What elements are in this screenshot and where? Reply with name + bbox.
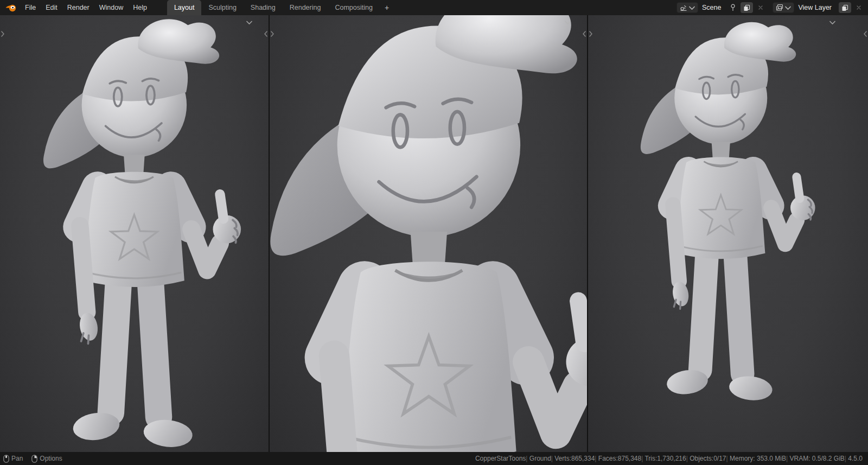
view-layer-icon: [776, 4, 783, 11]
menubar: File Edit Render Window Help: [20, 0, 152, 15]
toolbar-toggle-arrow-icon[interactable]: [589, 29, 592, 39]
sidebar-toggle-arrow-icon[interactable]: [264, 29, 267, 39]
character-render: [615, 15, 821, 415]
status-faces: Faces:875,348: [595, 455, 641, 462]
view-layer-name[interactable]: View Layer: [794, 4, 836, 11]
hint-label: Pan: [11, 455, 23, 462]
blender-logo-icon[interactable]: [5, 4, 17, 12]
tab-rendering[interactable]: Rendering: [283, 0, 328, 15]
viewport-right[interactable]: [588, 15, 868, 452]
duplicate-icon: [841, 4, 848, 11]
status-verts: Verts:865,334: [551, 455, 595, 462]
status-vram: VRAM: 0.5/8.2 GiB: [786, 455, 845, 462]
viewport-left[interactable]: [0, 15, 269, 452]
chevron-down-icon[interactable]: [829, 17, 835, 27]
tab-compositing[interactable]: Compositing: [328, 0, 379, 15]
chevron-down-icon[interactable]: [246, 17, 252, 27]
menu-help[interactable]: Help: [128, 0, 152, 15]
blender-window: File Edit Render Window Help Layout Scul…: [0, 0, 868, 465]
menu-edit[interactable]: Edit: [41, 0, 62, 15]
toolbar-toggle-arrow-icon[interactable]: [1, 29, 4, 39]
scene-selector: Scene: [676, 2, 725, 13]
sidebar-toggle-arrow-icon[interactable]: [583, 29, 586, 39]
status-tris: Tris:1,730,216: [641, 455, 686, 462]
view-layer-selector: View Layer: [773, 2, 836, 13]
scene-statistics: CopperStarToons Ground Verts:865,334 Fac…: [475, 455, 863, 462]
topbar: File Edit Render Window Help Layout Scul…: [0, 0, 868, 15]
pin-icon[interactable]: [728, 2, 738, 13]
tab-sculpting[interactable]: Sculpting: [201, 0, 243, 15]
chevron-down-icon: [689, 6, 695, 10]
status-version: 4.5.0: [845, 455, 863, 462]
mouse-right-button-icon: [31, 455, 37, 463]
scene-name[interactable]: Scene: [698, 4, 725, 11]
remove-view-layer-button[interactable]: [854, 2, 864, 13]
toolbar-toggle-arrow-icon[interactable]: [271, 29, 274, 39]
mouse-middle-button-icon: [3, 455, 9, 463]
character-render: [270, 15, 587, 452]
keymap-hints: Pan Options: [3, 455, 62, 463]
pan-hint: Pan: [3, 455, 23, 463]
new-view-layer-button[interactable]: [839, 2, 851, 13]
editor-area: [0, 15, 868, 452]
menu-window[interactable]: Window: [94, 0, 128, 15]
options-hint: Options: [31, 455, 62, 463]
status-memory: Memory: 353.0 MiB: [726, 455, 787, 462]
menu-file[interactable]: File: [20, 0, 41, 15]
status-objects: Objects:0/17: [686, 455, 726, 462]
hint-label: Options: [40, 455, 62, 462]
sidebar-toggle-arrow-icon[interactable]: [864, 29, 867, 39]
status-file-name: CopperStarToons: [475, 455, 526, 462]
close-icon: [758, 5, 763, 10]
topbar-right: Scene: [676, 2, 864, 13]
character-render: [15, 15, 248, 452]
add-workspace-button[interactable]: +: [380, 0, 394, 15]
close-icon: [856, 5, 861, 10]
unlink-scene-button[interactable]: [756, 2, 765, 13]
scene-icon: [680, 4, 687, 11]
tab-shading[interactable]: Shading: [244, 0, 283, 15]
chevron-down-icon[interactable]: [565, 17, 571, 27]
status-active-object: Ground: [526, 455, 551, 462]
statusbar: Pan Options CopperStarToons Ground Verts…: [0, 452, 868, 465]
menu-render[interactable]: Render: [62, 0, 94, 15]
chevron-down-icon: [785, 6, 791, 10]
tab-layout[interactable]: Layout: [167, 0, 202, 15]
view-layer-browse-button[interactable]: [773, 2, 794, 13]
scene-browse-button[interactable]: [676, 2, 698, 13]
duplicate-icon: [743, 4, 750, 11]
new-scene-button[interactable]: [741, 2, 753, 13]
workspace-tabs: Layout Sculpting Shading Rendering Compo…: [167, 0, 394, 15]
viewport-center[interactable]: [270, 15, 587, 452]
